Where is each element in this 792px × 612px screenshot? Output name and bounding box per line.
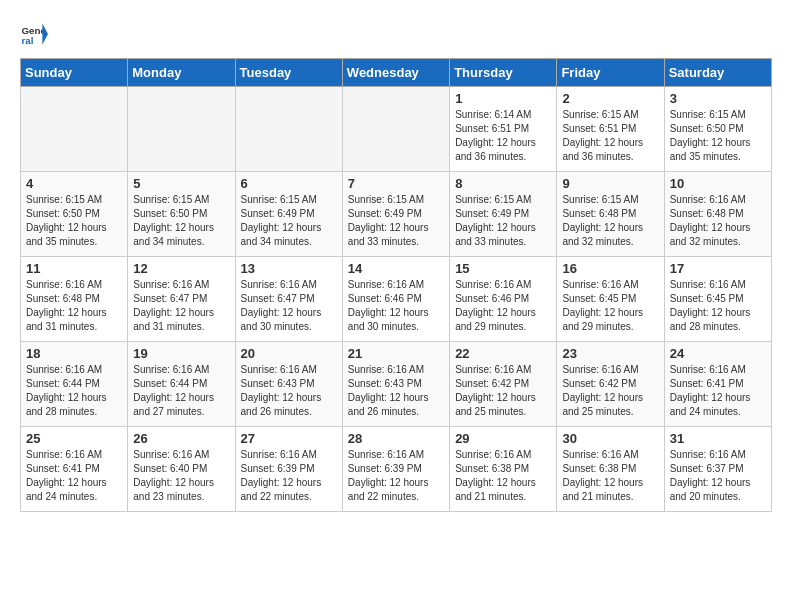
day-info: Sunrise: 6:16 AMSunset: 6:48 PMDaylight:… [26, 278, 122, 334]
day-info: Sunrise: 6:16 AMSunset: 6:42 PMDaylight:… [562, 363, 658, 419]
day-cell: 29Sunrise: 6:16 AMSunset: 6:38 PMDayligh… [450, 427, 557, 512]
logo: Gene ral [20, 20, 50, 48]
day-number: 28 [348, 431, 444, 446]
header-cell-sunday: Sunday [21, 59, 128, 87]
day-cell: 12Sunrise: 6:16 AMSunset: 6:47 PMDayligh… [128, 257, 235, 342]
svg-text:ral: ral [21, 35, 33, 46]
calendar-body: 1Sunrise: 6:14 AMSunset: 6:51 PMDaylight… [21, 87, 772, 512]
day-number: 4 [26, 176, 122, 191]
day-number: 12 [133, 261, 229, 276]
day-number: 23 [562, 346, 658, 361]
day-number: 7 [348, 176, 444, 191]
day-info: Sunrise: 6:16 AMSunset: 6:42 PMDaylight:… [455, 363, 551, 419]
day-info: Sunrise: 6:14 AMSunset: 6:51 PMDaylight:… [455, 108, 551, 164]
day-cell: 9Sunrise: 6:15 AMSunset: 6:48 PMDaylight… [557, 172, 664, 257]
day-number: 1 [455, 91, 551, 106]
day-number: 9 [562, 176, 658, 191]
day-number: 25 [26, 431, 122, 446]
day-number: 6 [241, 176, 337, 191]
day-cell: 3Sunrise: 6:15 AMSunset: 6:50 PMDaylight… [664, 87, 771, 172]
day-cell: 26Sunrise: 6:16 AMSunset: 6:40 PMDayligh… [128, 427, 235, 512]
day-number: 22 [455, 346, 551, 361]
day-info: Sunrise: 6:16 AMSunset: 6:43 PMDaylight:… [241, 363, 337, 419]
day-number: 29 [455, 431, 551, 446]
day-cell [342, 87, 449, 172]
day-cell: 18Sunrise: 6:16 AMSunset: 6:44 PMDayligh… [21, 342, 128, 427]
header-cell-monday: Monday [128, 59, 235, 87]
header-cell-wednesday: Wednesday [342, 59, 449, 87]
day-cell [21, 87, 128, 172]
day-info: Sunrise: 6:16 AMSunset: 6:47 PMDaylight:… [133, 278, 229, 334]
week-row-5: 25Sunrise: 6:16 AMSunset: 6:41 PMDayligh… [21, 427, 772, 512]
day-number: 21 [348, 346, 444, 361]
day-number: 2 [562, 91, 658, 106]
day-cell: 21Sunrise: 6:16 AMSunset: 6:43 PMDayligh… [342, 342, 449, 427]
day-cell: 13Sunrise: 6:16 AMSunset: 6:47 PMDayligh… [235, 257, 342, 342]
day-number: 31 [670, 431, 766, 446]
day-cell [235, 87, 342, 172]
day-info: Sunrise: 6:16 AMSunset: 6:48 PMDaylight:… [670, 193, 766, 249]
day-cell: 31Sunrise: 6:16 AMSunset: 6:37 PMDayligh… [664, 427, 771, 512]
day-number: 20 [241, 346, 337, 361]
day-number: 10 [670, 176, 766, 191]
logo-icon: Gene ral [20, 20, 48, 48]
day-info: Sunrise: 6:15 AMSunset: 6:50 PMDaylight:… [133, 193, 229, 249]
day-info: Sunrise: 6:16 AMSunset: 6:47 PMDaylight:… [241, 278, 337, 334]
day-number: 3 [670, 91, 766, 106]
day-cell: 8Sunrise: 6:15 AMSunset: 6:49 PMDaylight… [450, 172, 557, 257]
header-cell-tuesday: Tuesday [235, 59, 342, 87]
day-info: Sunrise: 6:15 AMSunset: 6:49 PMDaylight:… [348, 193, 444, 249]
day-info: Sunrise: 6:16 AMSunset: 6:38 PMDaylight:… [562, 448, 658, 504]
day-info: Sunrise: 6:16 AMSunset: 6:45 PMDaylight:… [562, 278, 658, 334]
day-number: 13 [241, 261, 337, 276]
day-info: Sunrise: 6:16 AMSunset: 6:39 PMDaylight:… [241, 448, 337, 504]
day-cell: 28Sunrise: 6:16 AMSunset: 6:39 PMDayligh… [342, 427, 449, 512]
day-cell: 7Sunrise: 6:15 AMSunset: 6:49 PMDaylight… [342, 172, 449, 257]
day-number: 14 [348, 261, 444, 276]
day-info: Sunrise: 6:16 AMSunset: 6:46 PMDaylight:… [348, 278, 444, 334]
header-cell-saturday: Saturday [664, 59, 771, 87]
week-row-4: 18Sunrise: 6:16 AMSunset: 6:44 PMDayligh… [21, 342, 772, 427]
day-info: Sunrise: 6:15 AMSunset: 6:48 PMDaylight:… [562, 193, 658, 249]
day-cell: 1Sunrise: 6:14 AMSunset: 6:51 PMDaylight… [450, 87, 557, 172]
day-info: Sunrise: 6:16 AMSunset: 6:44 PMDaylight:… [133, 363, 229, 419]
calendar-table: SundayMondayTuesdayWednesdayThursdayFrid… [20, 58, 772, 512]
day-cell: 19Sunrise: 6:16 AMSunset: 6:44 PMDayligh… [128, 342, 235, 427]
day-cell: 11Sunrise: 6:16 AMSunset: 6:48 PMDayligh… [21, 257, 128, 342]
day-cell: 10Sunrise: 6:16 AMSunset: 6:48 PMDayligh… [664, 172, 771, 257]
day-info: Sunrise: 6:16 AMSunset: 6:37 PMDaylight:… [670, 448, 766, 504]
day-info: Sunrise: 6:16 AMSunset: 6:39 PMDaylight:… [348, 448, 444, 504]
day-info: Sunrise: 6:16 AMSunset: 6:38 PMDaylight:… [455, 448, 551, 504]
day-cell: 6Sunrise: 6:15 AMSunset: 6:49 PMDaylight… [235, 172, 342, 257]
day-cell: 25Sunrise: 6:16 AMSunset: 6:41 PMDayligh… [21, 427, 128, 512]
day-cell: 14Sunrise: 6:16 AMSunset: 6:46 PMDayligh… [342, 257, 449, 342]
week-row-1: 1Sunrise: 6:14 AMSunset: 6:51 PMDaylight… [21, 87, 772, 172]
day-cell [128, 87, 235, 172]
day-info: Sunrise: 6:15 AMSunset: 6:50 PMDaylight:… [26, 193, 122, 249]
day-info: Sunrise: 6:15 AMSunset: 6:49 PMDaylight:… [241, 193, 337, 249]
day-info: Sunrise: 6:16 AMSunset: 6:40 PMDaylight:… [133, 448, 229, 504]
day-info: Sunrise: 6:16 AMSunset: 6:46 PMDaylight:… [455, 278, 551, 334]
day-number: 15 [455, 261, 551, 276]
day-number: 8 [455, 176, 551, 191]
day-number: 11 [26, 261, 122, 276]
day-number: 16 [562, 261, 658, 276]
header-cell-thursday: Thursday [450, 59, 557, 87]
day-cell: 24Sunrise: 6:16 AMSunset: 6:41 PMDayligh… [664, 342, 771, 427]
week-row-2: 4Sunrise: 6:15 AMSunset: 6:50 PMDaylight… [21, 172, 772, 257]
day-number: 26 [133, 431, 229, 446]
day-info: Sunrise: 6:15 AMSunset: 6:51 PMDaylight:… [562, 108, 658, 164]
day-cell: 17Sunrise: 6:16 AMSunset: 6:45 PMDayligh… [664, 257, 771, 342]
day-info: Sunrise: 6:16 AMSunset: 6:45 PMDaylight:… [670, 278, 766, 334]
day-info: Sunrise: 6:15 AMSunset: 6:50 PMDaylight:… [670, 108, 766, 164]
day-cell: 27Sunrise: 6:16 AMSunset: 6:39 PMDayligh… [235, 427, 342, 512]
day-cell: 16Sunrise: 6:16 AMSunset: 6:45 PMDayligh… [557, 257, 664, 342]
calendar-header-row: SundayMondayTuesdayWednesdayThursdayFrid… [21, 59, 772, 87]
day-info: Sunrise: 6:16 AMSunset: 6:43 PMDaylight:… [348, 363, 444, 419]
day-number: 19 [133, 346, 229, 361]
day-cell: 20Sunrise: 6:16 AMSunset: 6:43 PMDayligh… [235, 342, 342, 427]
day-number: 30 [562, 431, 658, 446]
day-number: 5 [133, 176, 229, 191]
week-row-3: 11Sunrise: 6:16 AMSunset: 6:48 PMDayligh… [21, 257, 772, 342]
day-info: Sunrise: 6:16 AMSunset: 6:44 PMDaylight:… [26, 363, 122, 419]
